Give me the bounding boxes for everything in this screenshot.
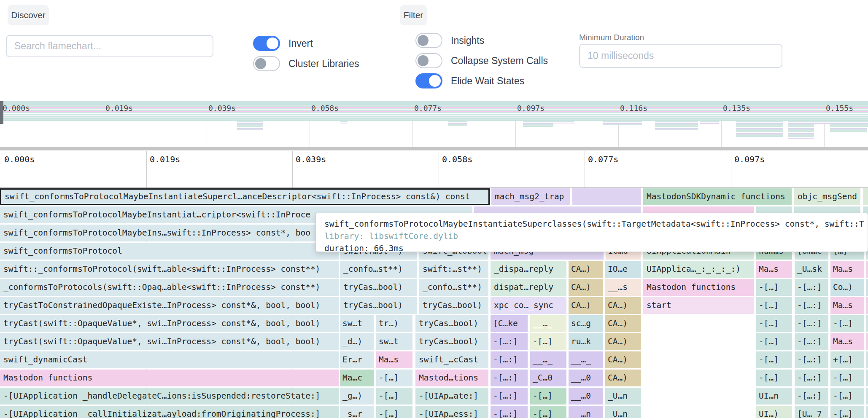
flame-block[interactable]: -[…] <box>376 388 412 405</box>
flame-block[interactable] <box>572 188 641 205</box>
flame-block[interactable] <box>863 188 868 205</box>
flame-block[interactable]: -[…] <box>376 406 412 418</box>
flame-block[interactable]: -[UIAp…ess:] <box>415 406 488 418</box>
flame-block[interactable]: _s…r <box>340 406 374 418</box>
flame-block[interactable]: tryCas…bool) <box>419 297 488 314</box>
flame-block[interactable]: __…_ <box>530 351 566 368</box>
flame-block[interactable]: __…s <box>605 279 641 296</box>
discover-button[interactable]: Discover <box>8 5 49 25</box>
flame-block[interactable]: objc_msgSend <box>794 188 860 205</box>
flame-block[interactable]: Co…) <box>830 279 864 296</box>
flame-block[interactable] <box>866 333 868 350</box>
flame-block[interactable]: tryCastToConstrainedOpaqueExiste…InProce… <box>0 297 339 314</box>
flame-block[interactable]: CA…) <box>605 351 641 368</box>
flame-block[interactable]: -[…] <box>530 406 566 418</box>
flame-block[interactable]: -[…:] <box>795 315 828 332</box>
flame-block[interactable]: _conformsToProtocols(swift::Opaq…able<sw… <box>0 279 339 296</box>
flame-block[interactable]: MastodonSDKDynamic functions <box>643 188 792 205</box>
flame-block[interactable]: -[…] <box>830 388 864 405</box>
flame-block[interactable]: __…_ <box>530 315 566 332</box>
flame-block[interactable] <box>866 406 868 418</box>
flame-block[interactable]: -[…:] <box>491 406 528 418</box>
flame-block[interactable]: __…_ <box>569 351 603 368</box>
flame-block[interactable]: -[…] <box>756 315 792 332</box>
flame-block[interactable]: _confo…st**) <box>419 279 488 296</box>
minimap[interactable]: 0.000s0.019s0.039s0.058s0.077s0.097s0.11… <box>0 101 868 150</box>
flame-block[interactable]: tr…) <box>376 315 412 332</box>
flame-block[interactable]: dispat…reply <box>491 279 566 296</box>
flame-block[interactable]: Ma…c <box>340 370 374 386</box>
flame-block[interactable] <box>866 388 868 405</box>
flame-block[interactable] <box>866 297 868 314</box>
flame-block[interactable]: +[…] <box>830 351 864 368</box>
flame-block[interactable] <box>866 279 868 296</box>
flame-block[interactable]: swift_conformsToProtocolMaybeInstantiate… <box>0 188 490 205</box>
flame-block[interactable]: CA…) <box>605 315 641 332</box>
flame-block[interactable]: sw…t <box>340 315 374 332</box>
flame-block[interactable]: -[…] <box>376 370 412 386</box>
flame-block[interactable]: UI…n <box>756 388 792 405</box>
flame-block[interactable]: Ma…s <box>376 351 412 368</box>
time-ruler[interactable]: 0.000s0.019s0.039s0.058s0.077s0.097s0. <box>0 150 868 188</box>
cluster-libraries-toggle[interactable] <box>253 56 280 71</box>
flame-block[interactable]: mach_msg2_trap <box>491 188 570 205</box>
flame-block[interactable]: CA…) <box>569 297 603 314</box>
flame-block[interactable]: tryCas…bool) <box>340 297 417 314</box>
flame-block[interactable]: Ma…s <box>830 297 864 314</box>
flame-block[interactable]: tryCast(swift::OpaqueValue*, swi…InProce… <box>0 333 339 350</box>
flame-block[interactable]: IO…e <box>605 261 641 278</box>
flame-block[interactable]: -[…] <box>756 297 792 314</box>
flame-block[interactable]: -[…] <box>756 351 792 368</box>
flame-block[interactable]: CA…) <box>569 261 603 278</box>
flame-block[interactable]: tryCas…bool) <box>340 279 417 296</box>
flame-block[interactable]: -[UIApplication _handleDelegateC…ions:is… <box>0 388 339 405</box>
flame-block[interactable]: _U…n <box>605 388 641 405</box>
invert-toggle[interactable] <box>253 36 280 51</box>
flame-block[interactable]: [C…ke <box>491 315 528 332</box>
flame-block[interactable]: Mastod…tions <box>415 370 488 386</box>
flame-block[interactable]: -[…] <box>830 406 864 418</box>
flame-block[interactable]: CA…) <box>605 370 641 386</box>
flame-block[interactable]: -[…] <box>530 333 566 350</box>
elide-wait-states-toggle[interactable] <box>415 73 442 88</box>
flame-block[interactable]: sc…g <box>569 315 603 332</box>
flame-block[interactable]: -[…] <box>830 370 864 386</box>
flame-block[interactable]: sw…t <box>376 333 412 350</box>
flame-block[interactable] <box>866 370 868 386</box>
minimum-duration-input[interactable] <box>579 44 782 68</box>
flame-block[interactable]: Ma…s <box>756 261 792 278</box>
flame-block[interactable]: _dispa…reply <box>491 261 566 278</box>
minimap-scrollbar[interactable] <box>0 147 868 150</box>
flame-block[interactable]: swift_conformsToProtocol <box>0 243 339 260</box>
flame-block[interactable]: _confo…st**) <box>340 261 417 278</box>
flame-block[interactable]: [U…_7 <box>795 406 828 418</box>
flame-block[interactable]: CA…) <box>605 297 641 314</box>
flame-block[interactable]: -[UIApplication _callInitializat…ayload:… <box>0 406 339 418</box>
flame-block[interactable]: swift:…st**) <box>419 261 488 278</box>
flame-block[interactable]: Er…r <box>340 351 374 368</box>
flame-block[interactable]: -[…:] <box>795 297 828 314</box>
flame-block[interactable]: tryCas…bool) <box>415 333 488 350</box>
flame-block[interactable]: -[…:] <box>795 279 828 296</box>
flame-block[interactable]: Ma…s <box>830 333 864 350</box>
flame-block[interactable]: Mastodon functions <box>643 279 754 296</box>
flame-block[interactable]: UI…) <box>756 406 792 418</box>
flame-block[interactable]: swift_…cCast <box>415 351 488 368</box>
flame-block[interactable]: swift::_conformsToProtocol(swift…able<sw… <box>0 261 339 278</box>
flame-block[interactable]: UIApplica…_:_:_:_:) <box>643 261 754 278</box>
flame-block[interactable]: swift_dynamicCast <box>0 351 339 368</box>
flame-block[interactable]: CA…) <box>569 279 603 296</box>
flame-block[interactable]: -[…] <box>756 333 792 350</box>
flame-block[interactable]: _g…) <box>340 388 374 405</box>
flame-block[interactable]: -[…:] <box>491 351 528 368</box>
flame-block[interactable]: -[…:] <box>795 370 828 386</box>
flame-block[interactable]: xpc_co…_sync <box>491 297 566 314</box>
collapse-system-calls-toggle[interactable] <box>415 53 442 68</box>
search-input[interactable] <box>6 35 213 57</box>
flame-block[interactable]: tryCast(swift::OpaqueValue*, swi…InProce… <box>0 315 339 332</box>
flame-block[interactable]: ru…k <box>569 333 603 350</box>
flame-block[interactable] <box>866 261 868 278</box>
flame-block[interactable]: Ma…s <box>830 261 864 278</box>
flame-block[interactable]: -[…:] <box>795 333 828 350</box>
flame-block[interactable]: -[UIAp…ate:] <box>415 388 488 405</box>
